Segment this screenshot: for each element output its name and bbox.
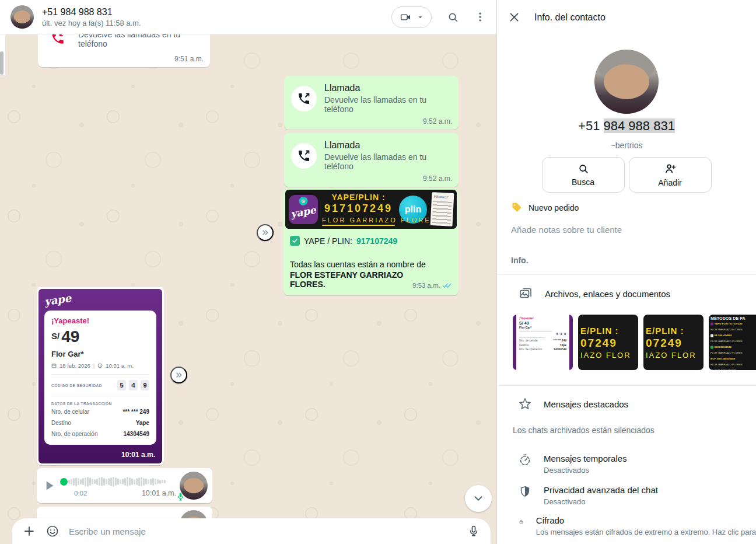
attach-plus-icon[interactable] bbox=[22, 524, 36, 538]
close-icon[interactable] bbox=[508, 11, 520, 23]
scroll-to-bottom-button[interactable] bbox=[465, 485, 492, 512]
yape-app-logo: S/ yape bbox=[289, 195, 318, 224]
add-contact-button[interactable]: Añadir bbox=[629, 157, 712, 193]
call-subtitle: Devuelve las llamadas en tu teléfono bbox=[324, 152, 452, 171]
tag-icon bbox=[511, 202, 522, 213]
panel-title: Info. del contacto bbox=[534, 12, 606, 23]
transaction-data-label: DATOS DE LA TRANSACCIÓN bbox=[51, 402, 149, 406]
chat-actions bbox=[391, 6, 486, 28]
forward-icon[interactable] bbox=[170, 367, 187, 383]
promo-image-message: S/ yape YAPE/PLIN : 917107249 FLOR GARRI… bbox=[284, 188, 459, 295]
voice-progress-dot[interactable] bbox=[60, 478, 68, 486]
message-composer bbox=[12, 518, 491, 544]
client-notes-input[interactable]: Añade notas sobre tu cliente bbox=[511, 225, 756, 235]
recipient-name: Flor Gar* bbox=[51, 350, 149, 358]
order-label-text: Nuevo pedido bbox=[528, 203, 579, 212]
shield-icon bbox=[519, 485, 531, 498]
advanced-chat-privacy-row[interactable]: Privacidad avanzada del chat Desactivado bbox=[519, 485, 756, 506]
forward-icon[interactable] bbox=[257, 224, 274, 241]
search-in-chat-button[interactable]: Busca bbox=[542, 157, 625, 193]
menu-kebab-icon[interactable] bbox=[474, 11, 486, 23]
contact-phone: +51 984 988 831 bbox=[497, 118, 756, 134]
mic-icon bbox=[176, 491, 186, 501]
info-heading: Info. bbox=[511, 256, 756, 265]
account-holder-name: FLOR ESTEFANY GARRIAZO FLORES. bbox=[290, 270, 409, 289]
message-time: 10:01 a.m. bbox=[121, 451, 155, 459]
yape-receipt-message[interactable]: yape ¡Yapeaste! S/ 49 Flor Gar* 18 feb. … bbox=[37, 287, 164, 465]
search-icon[interactable] bbox=[447, 11, 459, 23]
voice-duration: 0:02 bbox=[74, 490, 87, 497]
missed-call-message: Devuelve las llamadas en tu teléfono 9:5… bbox=[38, 34, 210, 67]
timer-icon bbox=[519, 454, 531, 466]
call-title: Llamada bbox=[324, 83, 452, 93]
chat-title: +51 984 988 831 bbox=[42, 7, 391, 18]
starred-messages-row[interactable]: Mensajes destacados bbox=[497, 386, 756, 410]
call-message: Llamada Devuelve las llamadas en tu telé… bbox=[284, 76, 459, 130]
outgoing-call-icon bbox=[291, 86, 317, 111]
price-list-paper: Floower bbox=[430, 192, 454, 226]
yape-currency-badge: S/ bbox=[299, 197, 308, 205]
search-icon bbox=[578, 163, 589, 175]
message-time: 10:01 a.m. bbox=[142, 489, 176, 497]
media-links-docs-row[interactable]: Archivos, enlaces y documentos bbox=[497, 275, 756, 301]
encryption-row[interactable]: Cifrado Los mensajes están cifrados de e… bbox=[519, 515, 756, 536]
message-list[interactable]: Devuelve las llamadas en tu teléfono 9:5… bbox=[0, 34, 496, 544]
message-time: 9:52 a.m. bbox=[423, 175, 452, 183]
contact-info-panel: Info. del contacto +51 984 988 831 ~bert… bbox=[496, 0, 756, 544]
emoji-icon[interactable] bbox=[46, 524, 60, 538]
message-caption: YAPE / PLIN: 917107249 Todas las cuentas… bbox=[285, 229, 457, 294]
call-message-text: Devuelve las llamadas en tu teléfono bbox=[78, 34, 203, 48]
play-icon[interactable] bbox=[41, 478, 57, 493]
phone-number-link[interactable]: 917107249 bbox=[356, 236, 397, 246]
caption-label: YAPE / PLIN: bbox=[304, 236, 352, 246]
video-camera-icon bbox=[400, 11, 412, 23]
yape-plin-banner-image[interactable]: S/ yape YAPE/PLIN : 917107249 FLOR GARRI… bbox=[285, 190, 457, 229]
check-emoji bbox=[290, 236, 300, 246]
amount: 49 bbox=[61, 329, 79, 345]
media-thumb-receipt[interactable]: ¡Yapeaste! S/ 49 Flor Gar* 549 Nro. de c… bbox=[513, 315, 573, 370]
receipt-title: ¡Yapeaste! bbox=[51, 316, 149, 325]
media-thumb-payment-methods[interactable]: MÉTODOS DE PA YAPE·PLIN: 917107249 FLOR … bbox=[709, 315, 756, 370]
starred-row-label: Mensajes destacados bbox=[544, 399, 628, 409]
call-title: Llamada bbox=[324, 140, 452, 151]
media-row-label: Archivos, enlaces y documentos bbox=[545, 289, 670, 299]
media-thumb-banner[interactable]: E/PLIN : 07249 IAZO FLOR bbox=[578, 315, 638, 370]
disappearing-messages-row[interactable]: Mensajes temporales Desactivados bbox=[519, 454, 756, 475]
archived-muted-note: Los chats archivados están silenciados bbox=[513, 426, 756, 435]
message-time: 9:52 a.m. bbox=[423, 117, 452, 125]
security-code-label: CÓDIGO DE SEGURIDAD bbox=[51, 383, 102, 388]
last-seen: últ. vez hoy a la(s) 11:58 a.m. bbox=[42, 19, 391, 27]
call-message: Llamada Devuelve las llamadas en tu telé… bbox=[284, 133, 459, 187]
chatlist-scrollbar[interactable] bbox=[0, 51, 4, 75]
panel-header: Info. del contacto bbox=[497, 0, 756, 34]
yape-wordmark: yape bbox=[288, 203, 319, 219]
chevron-down-icon bbox=[472, 492, 485, 505]
banner-text: YAPE/PLIN : 917107249 FLOR GARRIAZO FLOR… bbox=[322, 193, 395, 226]
video-call-button[interactable] bbox=[391, 6, 432, 28]
call-subtitle: Devuelve las llamadas en tu teléfono bbox=[324, 95, 452, 114]
message-time: 9:51 a.m. bbox=[174, 55, 204, 63]
chat-header-info[interactable]: +51 984 988 831 últ. vez hoy a la(s) 11:… bbox=[42, 7, 391, 27]
order-label-row[interactable]: Nuevo pedido bbox=[511, 202, 756, 213]
contact-avatar[interactable] bbox=[10, 5, 34, 29]
message-input[interactable] bbox=[69, 526, 458, 536]
sender-avatar[interactable] bbox=[180, 472, 208, 500]
media-thumb-banner[interactable]: E/PLIN : 07249 IAZO FLOR bbox=[643, 315, 704, 370]
lock-icon bbox=[519, 515, 524, 528]
panel-body[interactable]: +51 984 988 831 ~bertrios Busca Añadir bbox=[497, 34, 756, 544]
contact-actions: Busca Añadir bbox=[497, 157, 756, 193]
selected-text: 984 988 831 bbox=[604, 118, 675, 133]
media-thumbnails: ¡Yapeaste! S/ 49 Flor Gar* 549 Nro. de c… bbox=[513, 315, 756, 370]
message-time: 9:53 a.m. bbox=[412, 282, 452, 289]
contact-photo[interactable] bbox=[594, 50, 659, 114]
voice-waveform[interactable] bbox=[68, 474, 176, 489]
yape-wordmark: yape bbox=[44, 292, 72, 308]
star-icon bbox=[519, 397, 531, 410]
read-ticks-icon bbox=[442, 282, 452, 289]
voice-message: 0:02 10:01 a.m. bbox=[37, 468, 212, 503]
receipt-image: yape ¡Yapeaste! S/ 49 Flor Gar* 18 feb. … bbox=[38, 289, 162, 463]
clock-icon bbox=[97, 363, 103, 368]
mic-icon[interactable] bbox=[467, 525, 480, 538]
chevron-down-icon bbox=[417, 14, 424, 20]
currency: S/ bbox=[51, 331, 60, 341]
